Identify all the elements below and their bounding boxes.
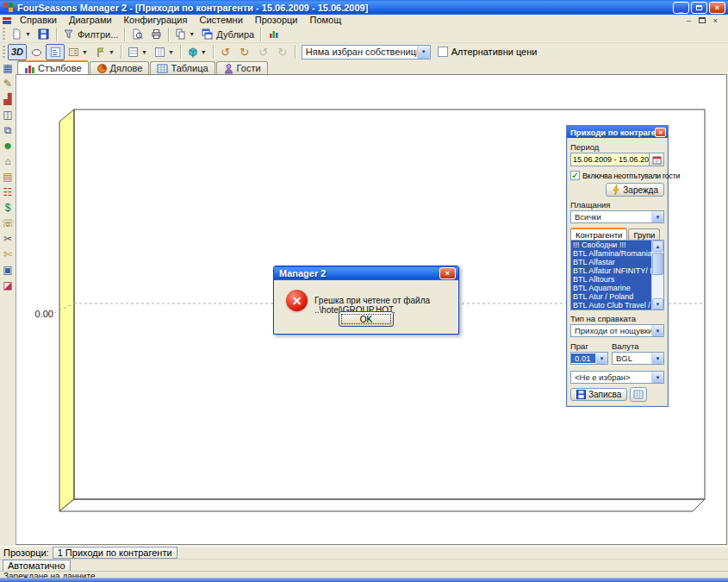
print-preview-button[interactable] <box>128 26 146 42</box>
vertical-grid-button[interactable]: ▼ <box>151 44 177 60</box>
tab-contractors[interactable]: Контрагенти <box>570 228 627 240</box>
save-button[interactable] <box>34 26 53 42</box>
scroll-thumb[interactable] <box>652 253 663 275</box>
period-input[interactable]: 15.06.2009 - 15.06.2009 <box>570 153 650 166</box>
hotel-icon[interactable]: ⌂ <box>1 155 15 168</box>
menu-item[interactable]: Справки <box>14 15 63 25</box>
left-icon-toolbar: ▦✎▟◫⧉☻⌂▤☷$☏✂✄▣◪ <box>0 60 16 545</box>
payments-combobox[interactable]: Всички ▼ <box>570 210 664 223</box>
report-type-combobox[interactable]: Приходи от нощувки ▼ <box>570 324 664 337</box>
3d-toggle-button[interactable]: 3D <box>8 44 27 60</box>
orbit-left-button[interactable]: ↺ <box>254 44 273 60</box>
cascade-windows-icon[interactable]: ⧉ <box>1 124 15 137</box>
dollar-icon[interactable]: $ <box>1 202 15 215</box>
load-button[interactable]: Зарежда <box>606 183 664 197</box>
print-button[interactable] <box>146 26 165 42</box>
rotate-left-button[interactable]: ↺ <box>216 44 235 60</box>
menu-item[interactable]: Помощ <box>303 15 347 25</box>
cards-icon[interactable]: ▣ <box>1 264 15 277</box>
open-window-button[interactable]: 1 Приходи по контрагенти <box>53 547 177 559</box>
rotate-right-button[interactable]: ↻ <box>235 44 254 60</box>
list-item[interactable]: !!! Свободни !!! <box>571 241 651 249</box>
restore-button[interactable] <box>691 2 707 14</box>
toolbar-grip[interactable] <box>3 46 5 59</box>
menu-item[interactable]: Диаграми <box>63 15 118 25</box>
filters-button[interactable]: Филтри... <box>59 26 121 42</box>
toolbar-grip[interactable] <box>3 28 5 41</box>
edit-report-icon[interactable]: ✎ <box>1 78 15 91</box>
orbit-right-button[interactable]: ↻ <box>273 44 292 60</box>
owner-combobox[interactable]: Няма избран собственици ▼ <box>302 45 431 59</box>
mdi-close-icon[interactable]: × <box>710 16 721 25</box>
dropdown-arrow-icon[interactable]: ▼ <box>651 353 663 364</box>
close-button[interactable]: × <box>709 2 725 14</box>
list-item[interactable]: BTL Alfamina/Romania <box>571 249 651 258</box>
scroll-down-icon[interactable]: ▼ <box>652 298 663 310</box>
3d-depth-button[interactable]: ▼ <box>184 44 210 60</box>
values-button[interactable] <box>46 44 65 60</box>
tab-guests[interactable]: Гости <box>216 61 268 74</box>
cut-coin-icon[interactable]: ✄ <box>1 248 15 261</box>
printer-icon <box>151 28 162 40</box>
window-icon[interactable]: ◫ <box>1 109 15 122</box>
panel-close-icon[interactable]: × <box>655 128 666 137</box>
mdi-minimize-icon[interactable]: – <box>683 16 694 25</box>
list-item[interactable]: BTL Auto Club Travel / Hunga <box>571 301 651 310</box>
calendar-button[interactable] <box>650 153 664 166</box>
duplicate-button[interactable]: Дублира <box>198 26 258 42</box>
tab-columns[interactable]: Стълбове <box>17 60 89 74</box>
currency-combobox[interactable]: BGL ▼ <box>612 352 664 365</box>
person-icon <box>223 63 234 74</box>
list-scrollbar[interactable]: ▲ ▼ <box>651 241 663 310</box>
cut-icon[interactable]: ✂ <box>1 233 15 246</box>
phone-icon[interactable]: ☏ <box>1 217 15 230</box>
list-item[interactable]: BTL Alltours <box>571 275 651 284</box>
marks-button[interactable]: ▼ <box>91 44 118 60</box>
dropdown-arrow-icon[interactable]: ▼ <box>651 372 663 383</box>
legend-button[interactable]: ▼ <box>65 44 91 60</box>
export-button[interactable] <box>264 26 283 42</box>
separator <box>295 45 296 59</box>
threshold-combobox[interactable]: 0.01 ▼ <box>570 352 608 365</box>
filter-icon <box>63 28 74 40</box>
panel-title-bar: Приходи по контрагенти × <box>567 126 668 138</box>
menu-item[interactable]: Системни <box>193 15 248 25</box>
save-report-button[interactable]: Записва <box>570 388 627 401</box>
mdi-restore-icon[interactable] <box>699 17 706 23</box>
list-item[interactable]: BTL Alfastar <box>571 258 651 266</box>
chevron-down-icon: ▼ <box>201 49 207 55</box>
small-chart-icon[interactable]: ◪ <box>1 279 15 292</box>
dialog-close-icon[interactable]: × <box>439 267 456 279</box>
include-guests-checkbox[interactable]: ✓ <box>570 171 580 180</box>
separator <box>124 28 125 41</box>
chart-report-icon[interactable]: ▟ <box>1 93 15 106</box>
dropdown-arrow-icon[interactable]: ▼ <box>595 353 607 364</box>
tab-groups[interactable]: Групи <box>628 228 660 240</box>
automatic-button[interactable]: Автоматично <box>3 560 71 572</box>
copy-button[interactable]: ▼ <box>171 26 198 42</box>
scroll-up-icon[interactable]: ▲ <box>652 241 663 252</box>
guests-icon[interactable]: ☻ <box>1 140 15 153</box>
dropdown-arrow-icon[interactable]: ▼ <box>417 46 430 59</box>
list-item[interactable]: BTL Aquamarine <box>571 284 651 292</box>
template-combobox[interactable]: <Не е избран> ▼ <box>570 371 664 384</box>
menu-item[interactable]: Прозорци <box>249 15 304 25</box>
chevron-down-icon: ▼ <box>189 31 195 37</box>
tab-table[interactable]: Таблица <box>150 61 215 74</box>
horizontal-grid-button[interactable]: ▼ <box>124 44 151 60</box>
numbers-icon[interactable]: ☷ <box>1 186 15 199</box>
tab-shares[interactable]: Дялове <box>90 61 150 74</box>
menu-item[interactable]: Конфигурация <box>118 15 194 25</box>
alternative-prices-checkbox[interactable] <box>438 47 448 57</box>
ok-button[interactable]: OK <box>339 311 394 327</box>
new-report-button[interactable]: ▼ <box>8 26 34 42</box>
shape-button[interactable] <box>27 44 46 60</box>
cash-folder-icon[interactable]: ▤ <box>1 171 15 184</box>
list-item[interactable]: BTL Atur / Poland <box>571 292 651 301</box>
minimize-button[interactable]: _ <box>673 2 689 14</box>
list-item[interactable]: BTL Alfatur INFINITY/ Romani <box>571 266 651 275</box>
grid-view-button[interactable] <box>630 387 647 402</box>
dropdown-arrow-icon[interactable]: ▼ <box>651 211 663 222</box>
dropdown-arrow-icon[interactable]: ▼ <box>651 325 663 336</box>
reservations-grid-icon[interactable]: ▦ <box>1 62 15 75</box>
